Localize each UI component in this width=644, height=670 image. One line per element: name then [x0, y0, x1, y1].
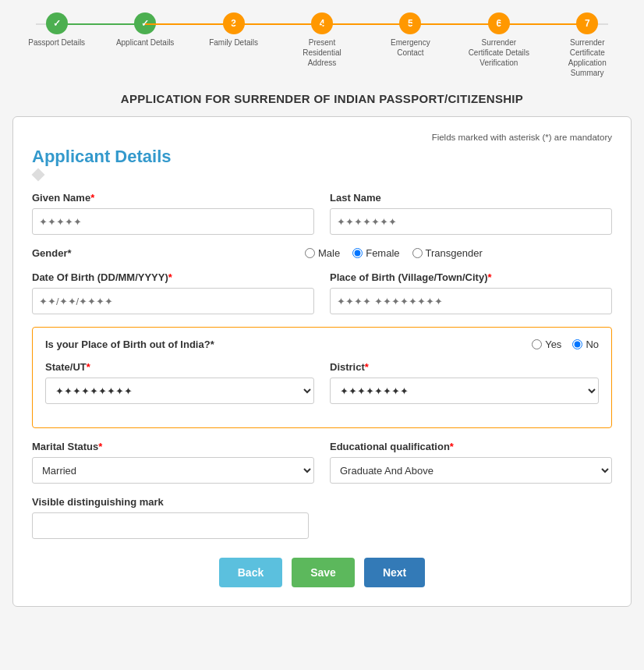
step-3: 3 Family Details — [189, 12, 278, 48]
birth-outside-yes-radio[interactable] — [532, 339, 542, 349]
given-name-group: Given Name* — [32, 192, 314, 235]
place-birth-label: Place of Birth (Village/Town/City)* — [330, 271, 612, 283]
gender-female-radio[interactable] — [352, 248, 363, 258]
marital-select[interactable]: Single Married Divorced Widowed — [32, 457, 314, 484]
back-button[interactable]: Back — [219, 558, 282, 587]
place-birth-group: Place of Birth (Village/Town/City)* — [330, 271, 612, 314]
step-label-1: Passport Details — [28, 37, 85, 48]
next-button[interactable]: Next — [364, 558, 425, 587]
step-label-6: Surrender Certificate Details Verificati… — [468, 37, 530, 68]
dob-pob-row: Date Of Birth (DD/MM/YYYY)* Place of Bir… — [32, 271, 612, 314]
dob-label: Date Of Birth (DD/MM/YYYY)* — [32, 271, 314, 283]
step-6: 6 Surrender Certificate Details Verifica… — [455, 12, 543, 68]
education-label: Educational qualification* — [330, 441, 612, 452]
diamond-icon — [32, 168, 45, 182]
step-label-7: Surrender Certificate Application Summar… — [556, 37, 618, 78]
district-group: District* ✦✦✦✦✦✦✦✦ Mumbai Pune Nashik — [330, 361, 599, 404]
district-select[interactable]: ✦✦✦✦✦✦✦✦ Mumbai Pune Nashik — [330, 378, 599, 404]
gender-female[interactable]: Female — [352, 247, 399, 259]
birth-out-of-india-box: Is your Place of Birth out of India?* Ye… — [32, 327, 612, 428]
vdm-row: Visible distinguishing mark — [32, 496, 612, 539]
birth-outside-yes[interactable]: Yes — [532, 339, 561, 350]
state-label: State/UT* — [45, 361, 314, 373]
step-7: 7 Surrender Certificate Application Summ… — [543, 12, 632, 78]
birth-outside-label: Is your Place of Birth out of India? — [45, 339, 211, 350]
step-label-4: Present Residential Address — [291, 37, 353, 68]
section-title: Applicant Details — [32, 147, 612, 167]
given-name-label: Given Name* — [32, 192, 314, 204]
vdm-input[interactable] — [32, 512, 309, 539]
birth-outside-no[interactable]: No — [572, 339, 599, 350]
save-button[interactable]: Save — [292, 558, 355, 587]
gender-transgender-radio[interactable] — [412, 248, 423, 258]
dob-input[interactable] — [32, 288, 314, 314]
page-title: APPLICATION FOR SURRENDER OF INDIAN PASS… — [12, 92, 632, 105]
last-name-input[interactable] — [330, 208, 612, 235]
gender-row: Gender* Male Female Transgender — [32, 247, 612, 259]
step-2: ✓ Applicant Details — [101, 12, 189, 48]
step-4: 4 Present Residential Address — [278, 12, 366, 68]
stepper: ✓ Passport Details ✓ Applicant Details 3… — [12, 12, 632, 78]
given-name-input[interactable] — [32, 208, 314, 235]
birth-outside-options: Yes No — [532, 339, 599, 350]
marital-group: Marital Status* Single Married Divorced … — [32, 441, 314, 484]
step-5: 5 Emergency Contact — [366, 12, 455, 58]
education-select[interactable]: Below Matriculation Matriculation Gradua… — [330, 457, 612, 484]
gender-label: Gender — [32, 247, 68, 259]
vdm-label: Visible distinguishing mark — [32, 496, 612, 508]
step-label-5: Emergency Contact — [379, 37, 441, 58]
step-label-3: Family Details — [209, 37, 258, 48]
last-name-group: Last Name — [330, 192, 612, 235]
birth-outside-row: Is your Place of Birth out of India?* Ye… — [45, 339, 599, 350]
gender-male[interactable]: Male — [305, 247, 340, 259]
state-select[interactable]: ✦✦✦✦✦✦✦✦✦ Maharashtra Delhi Karnataka — [45, 378, 314, 404]
marital-education-row: Marital Status* Single Married Divorced … — [32, 441, 612, 484]
state-group: State/UT* ✦✦✦✦✦✦✦✦✦ Maharashtra Delhi Ka… — [45, 361, 314, 404]
place-birth-input[interactable] — [330, 288, 612, 314]
step-circle-7: 7 — [576, 12, 598, 34]
gender-male-radio[interactable] — [305, 248, 315, 258]
gender-options: Male Female Transgender — [305, 247, 483, 259]
state-district-row: State/UT* ✦✦✦✦✦✦✦✦✦ Maharashtra Delhi Ka… — [45, 361, 599, 404]
dob-group: Date Of Birth (DD/MM/YYYY)* — [32, 271, 314, 314]
district-label: District* — [330, 361, 599, 373]
step-1: ✓ Passport Details — [12, 12, 101, 48]
gender-transgender[interactable]: Transgender — [412, 247, 483, 259]
mandatory-note: Fields marked with asterisk (*) are mand… — [32, 133, 612, 142]
step-label-2: Applicant Details — [116, 37, 174, 48]
last-name-label: Last Name — [330, 192, 612, 204]
vdm-group: Visible distinguishing mark — [32, 496, 612, 539]
main-card: Fields marked with asterisk (*) are mand… — [12, 116, 632, 607]
button-row: Back Save Next — [32, 558, 612, 587]
education-group: Educational qualification* Below Matricu… — [330, 441, 612, 484]
birth-outside-no-radio[interactable] — [572, 339, 582, 349]
marital-label: Marital Status* — [32, 441, 314, 452]
name-row: Given Name* Last Name — [32, 192, 612, 235]
